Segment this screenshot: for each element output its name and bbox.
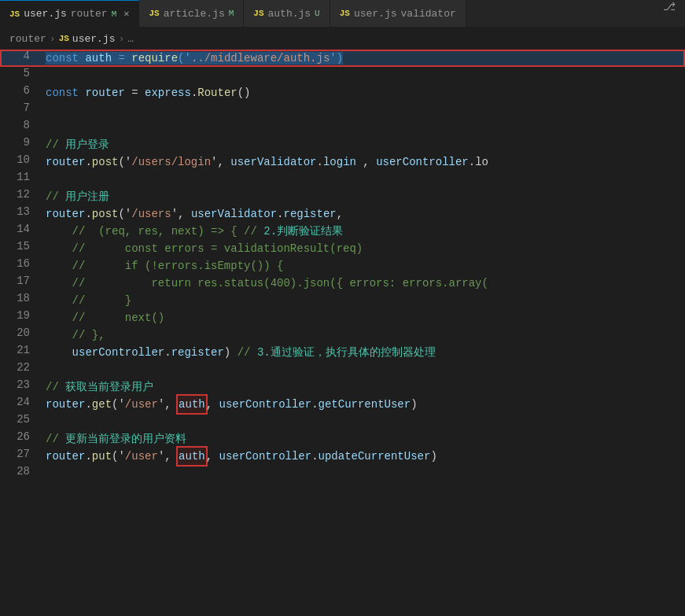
token: , xyxy=(356,156,376,168)
line-number: 18 xyxy=(3,292,42,304)
token: /users xyxy=(131,208,171,220)
line-number: 21 xyxy=(3,344,42,356)
token: // xyxy=(46,138,65,151)
code-line: 18 // } xyxy=(0,292,685,309)
token: updateCurrentUser xyxy=(319,450,431,463)
line-content: router.post('/users/login', userValidato… xyxy=(42,153,685,171)
line-number: 17 xyxy=(3,275,42,287)
tab-article-js[interactable]: JS article.js M xyxy=(139,0,244,27)
js-icon: JS xyxy=(149,9,159,18)
line-number: 13 xyxy=(3,205,42,218)
token: . xyxy=(85,450,91,463)
code-editor[interactable]: 4const auth = require('../middleware/aut… xyxy=(0,50,685,616)
tab-label: user.js xyxy=(354,8,397,20)
token: userController xyxy=(219,450,312,463)
token: auth xyxy=(178,448,206,465)
tab-badge-u: U xyxy=(315,9,320,18)
line-content: const auth = require('../middleware/auth… xyxy=(42,50,685,67)
token: ') xyxy=(330,52,343,65)
tab-user-js-validator[interactable]: JS user.js validator xyxy=(330,0,466,27)
token: // xyxy=(46,190,65,203)
line-number: 25 xyxy=(3,413,42,426)
line-content xyxy=(42,413,685,430)
breadcrumb-js-icon: JS xyxy=(59,34,69,43)
token: ', xyxy=(158,450,178,463)
line-number: 16 xyxy=(3,257,42,270)
token: register xyxy=(284,208,337,220)
line-content: // }, xyxy=(42,326,685,344)
token: ) xyxy=(224,346,238,359)
token: 获取当前登录用户 xyxy=(65,381,153,393)
token: getCurrentUser xyxy=(319,398,411,411)
line-content xyxy=(42,171,685,188)
token: userValidator xyxy=(230,156,316,168)
token: // xyxy=(244,225,263,238)
breadcrumb-item-ellipsis: … xyxy=(127,33,134,45)
token: . xyxy=(311,450,318,463)
token: . xyxy=(85,398,91,411)
code-line: 28 xyxy=(0,465,685,482)
token: get xyxy=(92,398,112,411)
token: router xyxy=(85,87,124,99)
line-content: userController.register) // 3.通过验证，执行具体的… xyxy=(42,344,685,361)
code-line: 24router.get('/user', auth, userControll… xyxy=(0,396,685,413)
close-icon[interactable]: ✕ xyxy=(123,8,129,20)
line-number: 26 xyxy=(3,430,42,443)
js-icon: JS xyxy=(340,9,350,18)
token: auth xyxy=(178,396,206,413)
token: (' xyxy=(118,208,131,220)
line-number: 24 xyxy=(3,396,42,408)
token: 更新当前登录的用户资料 xyxy=(65,433,186,445)
token: router xyxy=(46,450,85,463)
git-icon: ⎇ xyxy=(663,0,685,27)
token: router xyxy=(46,156,85,168)
token: express xyxy=(145,87,191,99)
token xyxy=(46,346,72,359)
tab-user-js-router[interactable]: JS user.js router M ✕ xyxy=(0,0,139,27)
breadcrumb-sep: › xyxy=(118,33,124,45)
token: . xyxy=(317,156,323,168)
token: , xyxy=(206,450,219,463)
line-content: // 获取当前登录用户 xyxy=(42,378,685,396)
line-number: 20 xyxy=(3,326,42,339)
code-line: 15 // const errors = validationResult(re… xyxy=(0,240,685,257)
line-content: // (req, res, next) => { // 2.判断验证结果 xyxy=(42,223,685,240)
code-line: 26// 更新当前登录的用户资料 xyxy=(0,430,685,448)
code-line: 25 xyxy=(0,413,685,430)
token: (' xyxy=(178,52,191,65)
token: // xyxy=(46,433,65,445)
token: Router xyxy=(197,87,237,99)
line-number: 9 xyxy=(3,136,42,149)
line-content: router.get('/user', auth, userController… xyxy=(42,396,685,413)
line-content: // next() xyxy=(42,309,685,326)
line-content: // 用户注册 xyxy=(42,188,685,205)
token: // const errors = validationResult(req) xyxy=(46,242,363,255)
breadcrumb-item-filename: user.js xyxy=(72,33,116,45)
token: 2.判断验证结果 xyxy=(263,225,343,238)
token: // xyxy=(46,381,65,393)
code-line: 11 xyxy=(0,171,685,188)
token: (' xyxy=(118,156,131,168)
line-number: 11 xyxy=(3,171,42,183)
token: () xyxy=(238,87,251,99)
code-line: 5 xyxy=(0,67,685,84)
line-number: 28 xyxy=(3,465,42,478)
line-number: 15 xyxy=(3,240,42,253)
token: require xyxy=(131,52,178,65)
line-number: 14 xyxy=(3,223,42,235)
line-content: router.post('/users', userValidator.regi… xyxy=(42,205,685,223)
token: auth xyxy=(85,52,112,65)
tab-badge-m: M xyxy=(112,9,117,19)
token: , xyxy=(206,398,219,411)
code-line: 12// 用户注册 xyxy=(0,188,685,205)
tab-auth-js[interactable]: JS auth.js U xyxy=(244,0,330,27)
line-number: 27 xyxy=(3,448,42,460)
token: = xyxy=(112,52,131,65)
line-number: 23 xyxy=(3,378,42,391)
code-line: 7 xyxy=(0,101,685,119)
line-content xyxy=(42,361,685,378)
token: register xyxy=(171,346,224,359)
token: . xyxy=(164,346,171,359)
token: /user xyxy=(125,450,158,463)
token: put xyxy=(92,450,112,463)
